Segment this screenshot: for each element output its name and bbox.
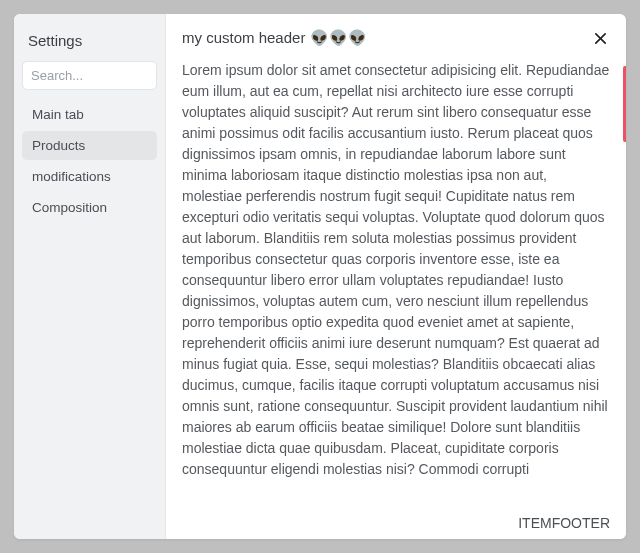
- sidebar-item-composition[interactable]: Composition: [22, 193, 157, 222]
- content-header: my custom header 👽👽👽: [166, 14, 626, 58]
- footer-text: ITEMFOOTER: [518, 515, 610, 531]
- search-input[interactable]: [22, 61, 157, 90]
- sidebar-nav: Main tab Products modifications Composit…: [22, 100, 157, 222]
- sidebar-item-label: Main tab: [32, 107, 84, 122]
- search-wrap: [22, 61, 157, 100]
- sidebar-item-label: Products: [32, 138, 85, 153]
- header-title: my custom header 👽👽👽: [182, 29, 367, 47]
- sidebar-item-label: Composition: [32, 200, 107, 215]
- sidebar-item-label: modifications: [32, 169, 111, 184]
- sidebar-title: Settings: [22, 28, 157, 61]
- content-footer: ITEMFOOTER: [166, 509, 626, 539]
- body-text: Lorem ipsum dolor sit amet consectetur a…: [182, 60, 610, 480]
- close-button[interactable]: [590, 28, 610, 48]
- sidebar-item-products[interactable]: Products: [22, 131, 157, 160]
- sidebar: Settings Main tab Products modifications…: [14, 14, 166, 539]
- close-icon: [593, 31, 608, 46]
- content-area: my custom header 👽👽👽 Lorem ipsum dolor s…: [166, 14, 626, 539]
- sidebar-item-main-tab[interactable]: Main tab: [22, 100, 157, 129]
- settings-panel: Settings Main tab Products modifications…: [14, 14, 626, 539]
- sidebar-item-modifications[interactable]: modifications: [22, 162, 157, 191]
- content-body: Lorem ipsum dolor sit amet consectetur a…: [166, 58, 626, 509]
